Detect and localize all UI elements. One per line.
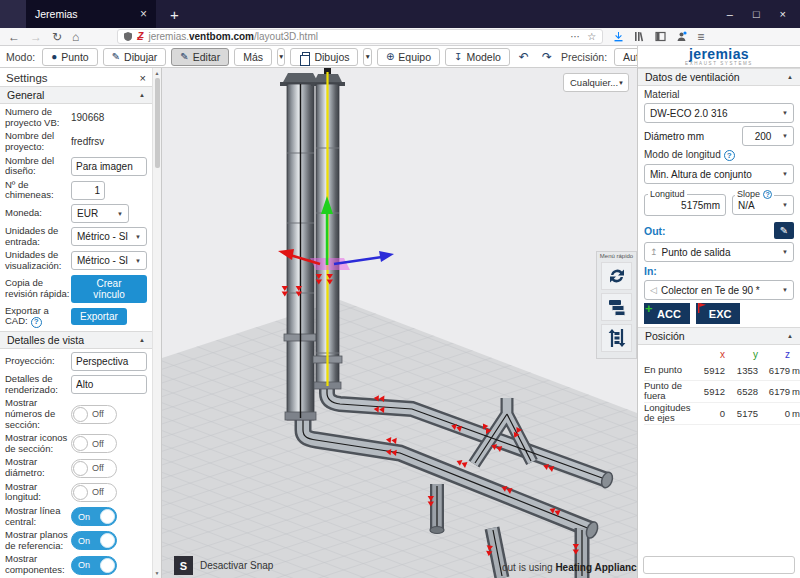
section-view-details[interactable]: Detalles de vista▲ xyxy=(0,331,152,349)
acc-button[interactable]: +ACC xyxy=(644,303,690,324)
mas-dropdown-caret[interactable]: ▼ xyxy=(277,48,285,66)
section-position[interactable]: Posición▲ xyxy=(638,327,800,345)
dibujos-button[interactable]: Dibujos xyxy=(290,48,358,66)
mode-label: Modo: xyxy=(6,51,35,63)
currency-label: Moneda: xyxy=(5,208,71,219)
reload-icon[interactable]: ↻ xyxy=(52,31,62,43)
layers-button[interactable] xyxy=(601,293,632,321)
diameter-label: Diámetro mm xyxy=(644,131,704,142)
projection-input[interactable] xyxy=(71,352,147,371)
url-bar[interactable]: Z jeremias.ventbom.com/layout3D.html ⋯ ☆ xyxy=(117,29,603,44)
firefox-app-icon[interactable] xyxy=(0,0,26,28)
length-label: Longitud xyxy=(648,189,687,199)
tab-title: Jeremias xyxy=(35,8,78,20)
filter-select[interactable]: Cualquier...▼ xyxy=(563,73,629,92)
edit-outlet-button[interactable]: ✎ xyxy=(774,222,794,239)
account-icon[interactable] xyxy=(676,31,687,42)
outlet-icon: ↥ xyxy=(650,247,658,257)
chimneys-input[interactable] xyxy=(71,181,105,200)
snap-label: Desactivar Snap xyxy=(200,560,273,571)
refresh-view-button[interactable] xyxy=(601,262,632,290)
library-icon[interactable] xyxy=(634,31,645,42)
point-icon: ● xyxy=(51,52,57,62)
downloads-icon[interactable] xyxy=(613,31,624,42)
window-minimize-icon[interactable]: – xyxy=(727,8,733,20)
render-input[interactable] xyxy=(71,375,147,394)
inlet-icon: ◁ xyxy=(650,285,657,295)
snap-key-badge: S xyxy=(174,556,193,575)
settings-close-icon[interactable]: × xyxy=(140,72,146,84)
help-icon[interactable]: ? xyxy=(763,190,772,199)
toggle-section-icons[interactable]: Off xyxy=(71,434,117,453)
mas-button[interactable]: Más xyxy=(234,48,272,66)
viewport-3d[interactable]: Cualquier...▼ Menú rápido S Desactivar S… xyxy=(162,68,637,578)
window-maximize-icon[interactable]: □ xyxy=(753,8,760,20)
scene-3d-canvas[interactable] xyxy=(162,68,637,578)
length-mode-select[interactable]: Min. Altura de conjunto▼ xyxy=(644,164,794,184)
currency-select[interactable]: EUR▼ xyxy=(71,204,129,223)
equipo-button[interactable]: ⊕Equipo xyxy=(377,48,440,66)
chevron-down-icon: ▼ xyxy=(778,133,788,139)
diameter-select[interactable]: 200▼ xyxy=(742,126,794,146)
editar-button[interactable]: ✎Editar xyxy=(171,48,229,66)
tracking-shield-icon[interactable] xyxy=(124,32,132,41)
punto-button[interactable]: ●Punto xyxy=(42,48,98,66)
chevron-down-icon: ▼ xyxy=(778,249,788,255)
chevron-down-icon: ▼ xyxy=(618,80,624,86)
help-icon[interactable]: ? xyxy=(724,150,735,161)
axis-z-header: z xyxy=(760,349,792,360)
settings-scrollbar[interactable]: ▲ ▼ xyxy=(152,68,161,578)
scroll-up-icon[interactable]: ▲ xyxy=(155,70,160,76)
dibujos-dropdown-caret[interactable]: ▼ xyxy=(363,48,371,66)
units-in-select[interactable]: Métrico - SI▼ xyxy=(71,227,147,246)
chimneys-label: Nº de chimeneas: xyxy=(5,180,71,201)
outlet-select[interactable]: ↥Punto de salida▼ xyxy=(644,242,794,262)
sidebar-icon[interactable] xyxy=(655,31,666,42)
window-controls: – □ × xyxy=(727,8,800,20)
design-name-input[interactable] xyxy=(71,157,147,176)
menu-icon[interactable]: ≡ xyxy=(697,31,704,43)
back-icon[interactable]: ← xyxy=(8,31,20,43)
collapse-icon: ▲ xyxy=(787,74,793,80)
material-select[interactable]: DW-ECO 2.0 316▼ xyxy=(644,103,794,123)
toggle-centerline[interactable]: On xyxy=(71,507,117,526)
scroll-down-icon[interactable]: ▼ xyxy=(155,570,160,576)
units-disp-select[interactable]: Métrico - SI▼ xyxy=(71,251,147,270)
bookmark-star-icon[interactable]: ☆ xyxy=(587,31,596,42)
toggle-ref-planes[interactable]: On xyxy=(71,531,117,550)
export-button[interactable]: Exportar xyxy=(71,308,127,325)
exc-button[interactable]: EXC xyxy=(696,303,741,324)
axis-x-header: x xyxy=(694,349,727,360)
section-vent-data[interactable]: Datos de ventilación▲ xyxy=(638,68,800,86)
reorder-button[interactable] xyxy=(601,324,632,352)
in-label: In: xyxy=(644,265,657,277)
toggle-length[interactable]: Off xyxy=(71,483,117,502)
project-name-value: fredfrsv xyxy=(71,136,104,147)
length-mode-label: Modo de longitud? xyxy=(644,149,794,161)
create-link-button[interactable]: Crear vínculo xyxy=(71,275,147,303)
modelo-button[interactable]: ↧Modelo xyxy=(445,48,510,66)
dibujar-button[interactable]: ✎Dibujar xyxy=(103,48,167,66)
new-tab-button[interactable]: + xyxy=(170,6,179,23)
quick-menu: Menú rápido xyxy=(596,251,637,359)
toggle-components[interactable]: On xyxy=(71,556,117,575)
tab-close-icon[interactable]: × xyxy=(140,7,147,21)
home-icon[interactable]: ⌂ xyxy=(72,31,79,43)
window-close-icon[interactable]: × xyxy=(780,8,786,20)
project-no-value: 190668 xyxy=(71,112,104,123)
snap-toggle[interactable]: S Desactivar Snap xyxy=(174,556,273,575)
toggle-diameter[interactable]: Off xyxy=(71,459,117,478)
length-field[interactable]: Longitud 5175mm xyxy=(644,194,726,216)
inlet-select[interactable]: ◁Colector en Te de 90 *▼ xyxy=(644,280,794,300)
site-identity-icon[interactable]: Z xyxy=(137,31,143,42)
undo-button[interactable]: ↶ xyxy=(515,48,533,66)
section-general[interactable]: General▲ xyxy=(0,86,152,104)
forward-icon[interactable]: → xyxy=(30,31,42,43)
toggle-section-numbers[interactable]: Off xyxy=(71,405,117,424)
browser-tab[interactable]: Jeremias × xyxy=(26,0,156,28)
help-icon[interactable]: ? xyxy=(31,317,42,328)
redo-button[interactable]: ↷ xyxy=(538,48,556,66)
toggle-knob xyxy=(100,533,115,548)
page-actions-icon[interactable]: ⋯ xyxy=(570,31,580,42)
scroll-thumb[interactable] xyxy=(155,78,160,168)
